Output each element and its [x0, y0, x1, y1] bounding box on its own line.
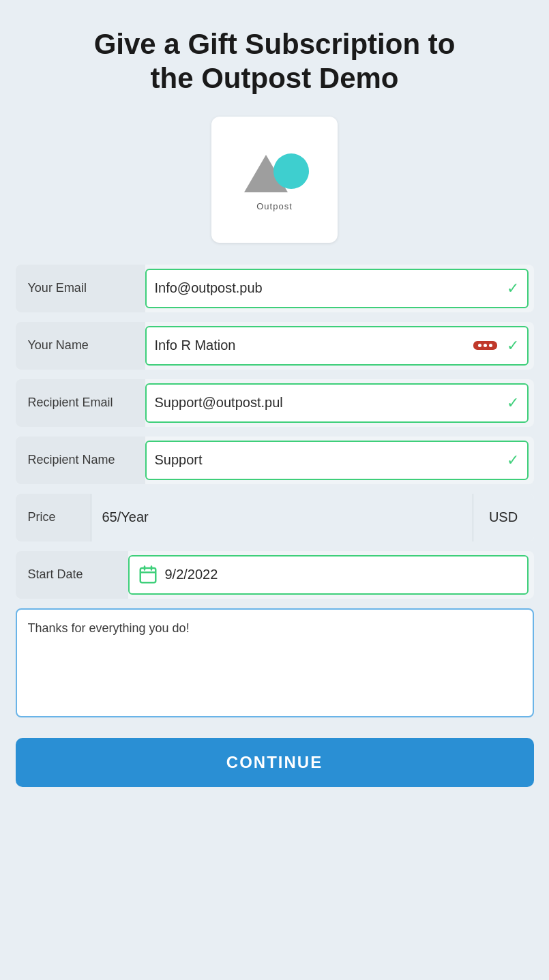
price-currency: USD [489, 509, 518, 525]
page-container: Give a Gift Subscription to the Outpost … [16, 27, 534, 787]
svg-rect-0 [140, 568, 155, 582]
name-valid-icon: ✓ [507, 337, 519, 355]
your-email-input-wrap: ✓ [145, 269, 529, 308]
your-email-row: Your Email ✓ [16, 265, 534, 312]
start-date-row: Start Date 9/2/2022 [16, 551, 534, 599]
recipient-name-input[interactable] [155, 452, 501, 468]
logo-name: Outpost [256, 201, 293, 211]
price-currency-wrap: USD [473, 494, 534, 541]
recipient-name-label: Recipient Name [16, 436, 145, 484]
dot1 [478, 344, 481, 347]
price-value: 65/Year [102, 509, 149, 525]
continue-button[interactable]: CONTINUE [16, 738, 534, 787]
start-date-label: Start Date [16, 551, 128, 599]
recipient-email-input[interactable] [155, 395, 501, 411]
email-valid-icon: ✓ [507, 280, 519, 297]
your-email-label: Your Email [16, 265, 145, 312]
recipient-email-row: Recipient Email ✓ [16, 379, 534, 427]
password-dots [478, 344, 492, 347]
recipient-name-row: Recipient Name ✓ [16, 436, 534, 484]
price-value-wrap: 65/Year [91, 494, 473, 541]
your-email-input[interactable] [155, 280, 501, 296]
page-title: Give a Gift Subscription to the Outpost … [94, 27, 456, 96]
your-name-input[interactable] [155, 338, 473, 353]
logo-card: Outpost [211, 117, 338, 243]
recipient-name-valid-icon: ✓ [507, 451, 519, 469]
dot3 [489, 344, 492, 347]
password-manager-icon [473, 341, 497, 350]
start-date-value: 9/2/2022 [165, 567, 218, 582]
your-name-input-wrap: ✓ [145, 326, 529, 366]
your-name-label: Your Name [16, 322, 145, 370]
price-label: Price [16, 494, 91, 541]
message-textarea[interactable]: Thanks for everything you do! [28, 619, 522, 701]
logo-graphic [241, 148, 309, 196]
message-wrap: Thanks for everything you do! [16, 608, 534, 717]
dot2 [484, 344, 487, 347]
recipient-email-valid-icon: ✓ [507, 394, 519, 412]
gift-form: Your Email ✓ Your Name ✓ [16, 265, 534, 787]
calendar-icon [138, 565, 158, 585]
recipient-email-input-wrap: ✓ [145, 383, 529, 423]
price-row: Price 65/Year USD [16, 494, 534, 541]
start-date-input-wrap[interactable]: 9/2/2022 [128, 555, 529, 595]
recipient-name-input-wrap: ✓ [145, 441, 529, 480]
your-name-row: Your Name ✓ [16, 322, 534, 370]
recipient-email-label: Recipient Email [16, 379, 145, 427]
logo-circle-icon [273, 153, 309, 189]
